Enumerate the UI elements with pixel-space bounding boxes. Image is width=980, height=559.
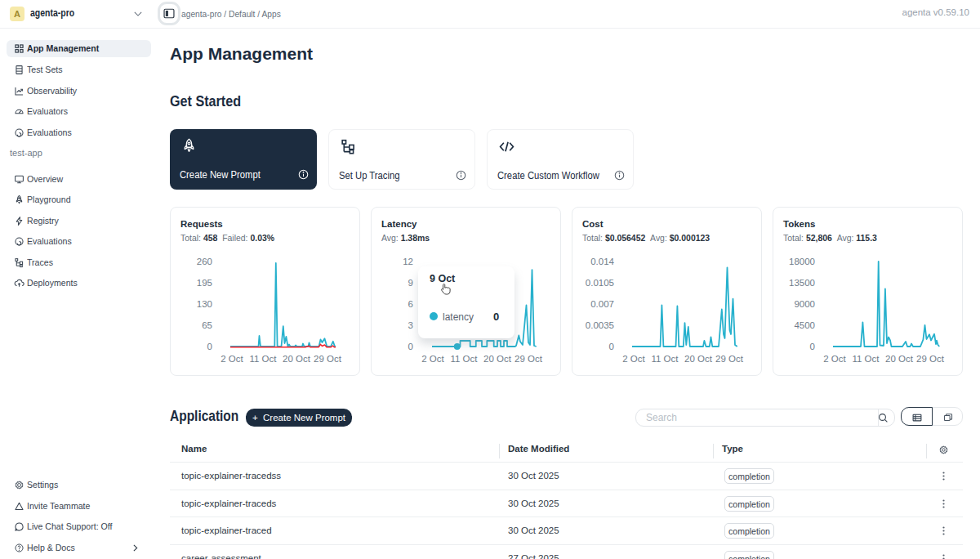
svg-text:0.0105: 0.0105	[586, 278, 614, 288]
svg-text:2 Oct: 2 Oct	[622, 354, 645, 364]
svg-text:6: 6	[408, 299, 413, 309]
svg-text:0: 0	[609, 342, 614, 351]
svg-text:0: 0	[810, 342, 815, 351]
svg-text:2 Oct: 2 Oct	[421, 354, 444, 364]
svg-text:9000: 9000	[794, 299, 815, 309]
svg-text:20 Oct: 20 Oct	[885, 354, 914, 364]
svg-text:0: 0	[207, 342, 212, 351]
svg-text:20 Oct: 20 Oct	[283, 354, 311, 364]
svg-text:2 Oct: 2 Oct	[220, 354, 243, 364]
svg-text:4500: 4500	[794, 320, 815, 330]
svg-text:11 Oct: 11 Oct	[651, 354, 679, 364]
svg-text:20 Oct: 20 Oct	[483, 354, 512, 364]
svg-text:0.0035: 0.0035	[586, 320, 614, 330]
svg-text:130: 130	[197, 299, 212, 309]
svg-text:12: 12	[403, 257, 413, 266]
svg-text:11 Oct: 11 Oct	[852, 354, 880, 364]
svg-text:65: 65	[202, 320, 212, 330]
svg-text:20 Oct: 20 Oct	[684, 354, 713, 364]
svg-text:2 Oct: 2 Oct	[823, 354, 846, 364]
svg-text:29 Oct: 29 Oct	[314, 354, 342, 364]
svg-text:260: 260	[197, 257, 212, 266]
svg-text:9: 9	[408, 278, 413, 288]
svg-text:0: 0	[408, 342, 413, 351]
svg-text:11 Oct: 11 Oct	[450, 354, 478, 364]
svg-text:0.007: 0.007	[590, 299, 614, 309]
svg-text:29 Oct: 29 Oct	[514, 354, 543, 364]
svg-text:18000: 18000	[789, 257, 815, 266]
svg-text:0.014: 0.014	[590, 257, 614, 266]
svg-text:3: 3	[408, 320, 413, 330]
svg-text:13500: 13500	[789, 278, 815, 288]
svg-text:195: 195	[197, 278, 212, 288]
svg-text:29 Oct: 29 Oct	[916, 354, 945, 364]
svg-text:29 Oct: 29 Oct	[715, 354, 744, 364]
svg-text:11 Oct: 11 Oct	[249, 354, 277, 364]
